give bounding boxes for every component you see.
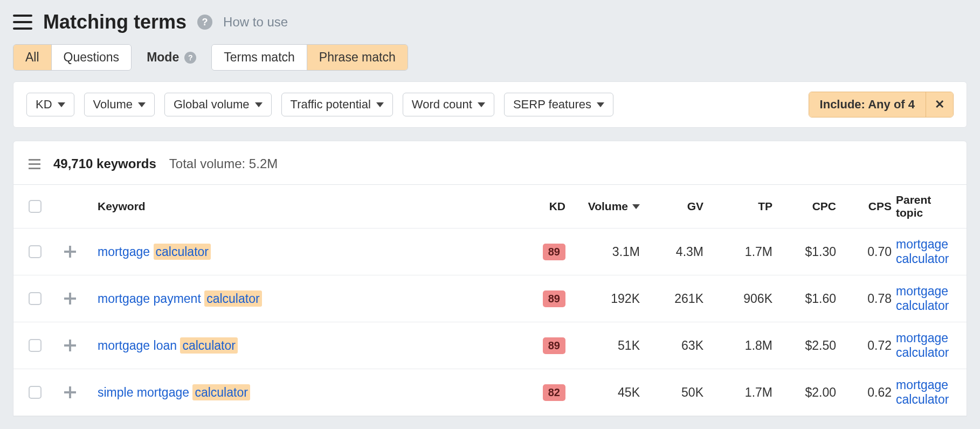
col-cps[interactable]: CPS xyxy=(840,200,892,213)
col-cpc[interactable]: CPC xyxy=(777,200,836,213)
keyword-link[interactable]: mortgage loan calculator xyxy=(98,337,238,354)
sort-desc-icon xyxy=(632,204,640,209)
parent-topic-cell: mortgage calculator xyxy=(896,237,951,266)
mode-help-icon[interactable]: ? xyxy=(184,52,196,64)
row-checkbox[interactable] xyxy=(29,339,42,352)
tp-cell: 1.8M xyxy=(708,338,772,353)
kd-badge: 89 xyxy=(543,290,565,307)
mode-label: Mode ? xyxy=(147,50,196,65)
table-row: mortgage calculator893.1M4.3M1.7M$1.300.… xyxy=(13,229,967,275)
kd-badge: 89 xyxy=(543,337,565,354)
chevron-down-icon xyxy=(478,102,485,107)
keyword-cell: mortgage payment calculator xyxy=(98,292,513,306)
volume-cell: 51K xyxy=(570,338,640,353)
cps-cell: 0.70 xyxy=(840,245,892,259)
results-card: 49,710 keywords Total volume: 5.2M Keywo… xyxy=(13,141,967,417)
kd-cell: 89 xyxy=(517,290,565,307)
filter-word-count[interactable]: Word count xyxy=(403,93,494,116)
chevron-down-icon xyxy=(376,102,384,107)
cpc-cell: $1.30 xyxy=(777,245,836,259)
filter-global-volume[interactable]: Global volume xyxy=(164,93,272,116)
tab-questions[interactable]: Questions xyxy=(52,45,132,70)
keyword-count: 49,710 keywords xyxy=(53,156,156,171)
parent-topic-cell: mortgage calculator xyxy=(896,331,951,360)
keyword-link[interactable]: mortgage calculator xyxy=(98,244,211,260)
filters-bar: KD Volume Global volume Traffic potentia… xyxy=(13,81,967,128)
filter-volume[interactable]: Volume xyxy=(84,93,155,116)
col-kd[interactable]: KD xyxy=(517,200,565,213)
row-checkbox[interactable] xyxy=(29,386,42,399)
row-checkbox[interactable] xyxy=(29,245,42,258)
tab-terms-match[interactable]: Terms match xyxy=(212,45,307,70)
filter-serp-features[interactable]: SERP features xyxy=(504,93,613,116)
tp-cell: 1.7M xyxy=(708,245,772,259)
row-checkbox[interactable] xyxy=(29,292,42,305)
col-parent[interactable]: Parent topic xyxy=(896,193,951,219)
tp-cell: 906K xyxy=(708,292,772,306)
kd-cell: 82 xyxy=(517,384,565,401)
mode-segmented: Terms match Phrase match xyxy=(211,44,408,71)
total-volume: Total volume: 5.2M xyxy=(169,156,278,171)
cpc-cell: $2.50 xyxy=(777,338,836,353)
table-header: Keyword KD Volume GV TP CPC CPS Parent t… xyxy=(13,185,967,229)
col-tp[interactable]: TP xyxy=(708,200,772,213)
cps-cell: 0.62 xyxy=(840,385,892,400)
kd-badge: 82 xyxy=(543,384,565,401)
chevron-down-icon xyxy=(58,102,65,107)
select-all-checkbox[interactable] xyxy=(29,200,42,213)
cpc-cell: $2.00 xyxy=(777,385,836,400)
expand-icon[interactable] xyxy=(63,292,77,306)
expand-icon[interactable] xyxy=(63,245,77,259)
filter-kd[interactable]: KD xyxy=(26,93,74,116)
list-icon[interactable] xyxy=(29,159,40,169)
page-title: Matching terms xyxy=(43,11,187,33)
tab-all[interactable]: All xyxy=(13,45,52,70)
gv-cell: 4.3M xyxy=(644,245,703,259)
menu-icon[interactable] xyxy=(13,15,32,30)
gv-cell: 261K xyxy=(644,292,703,306)
tp-cell: 1.7M xyxy=(708,385,772,400)
col-keyword[interactable]: Keyword xyxy=(98,200,513,213)
col-gv[interactable]: GV xyxy=(644,200,703,213)
include-filter-label[interactable]: Include: Any of 4 xyxy=(809,92,926,117)
filter-include: Include: Any of 4 ✕ xyxy=(809,92,954,117)
parent-topic-link[interactable]: mortgage calculator xyxy=(896,284,949,313)
kd-cell: 89 xyxy=(517,337,565,354)
parent-topic-link[interactable]: mortgage calculator xyxy=(896,378,949,406)
keywords-table: Keyword KD Volume GV TP CPC CPS Parent t… xyxy=(13,184,967,416)
expand-icon[interactable] xyxy=(63,385,77,399)
keyword-cell: simple mortgage calculator xyxy=(98,385,513,400)
keyword-cell: mortgage loan calculator xyxy=(98,338,513,353)
volume-cell: 192K xyxy=(570,292,640,306)
help-icon[interactable]: ? xyxy=(197,15,212,30)
gv-cell: 50K xyxy=(644,385,703,400)
close-icon[interactable]: ✕ xyxy=(926,92,953,117)
cps-cell: 0.72 xyxy=(840,338,892,353)
expand-icon[interactable] xyxy=(63,338,77,352)
keyword-link[interactable]: mortgage payment calculator xyxy=(98,290,262,307)
chevron-down-icon xyxy=(597,102,604,107)
parent-topic-cell: mortgage calculator xyxy=(896,378,951,407)
table-row: mortgage payment calculator89192K261K906… xyxy=(13,275,967,322)
volume-cell: 3.1M xyxy=(570,245,640,259)
chevron-down-icon xyxy=(138,102,146,107)
filter-traffic-potential[interactable]: Traffic potential xyxy=(281,93,393,116)
volume-cell: 45K xyxy=(570,385,640,400)
parent-topic-link[interactable]: mortgage calculator xyxy=(896,331,949,359)
how-to-use-link[interactable]: How to use xyxy=(223,15,288,30)
parent-topic-cell: mortgage calculator xyxy=(896,284,951,313)
kd-badge: 89 xyxy=(543,244,565,260)
chevron-down-icon xyxy=(255,102,263,107)
col-volume[interactable]: Volume xyxy=(570,200,640,213)
cpc-cell: $1.60 xyxy=(777,292,836,306)
gv-cell: 63K xyxy=(644,338,703,353)
keyword-link[interactable]: simple mortgage calculator xyxy=(98,384,250,400)
kd-cell: 89 xyxy=(517,244,565,260)
tab-phrase-match[interactable]: Phrase match xyxy=(307,45,408,70)
table-row: simple mortgage calculator8245K50K1.7M$2… xyxy=(13,369,967,416)
keyword-cell: mortgage calculator xyxy=(98,245,513,259)
cps-cell: 0.78 xyxy=(840,292,892,306)
type-segmented: All Questions xyxy=(13,44,132,71)
table-row: mortgage loan calculator8951K63K1.8M$2.5… xyxy=(13,322,967,369)
parent-topic-link[interactable]: mortgage calculator xyxy=(896,237,949,266)
